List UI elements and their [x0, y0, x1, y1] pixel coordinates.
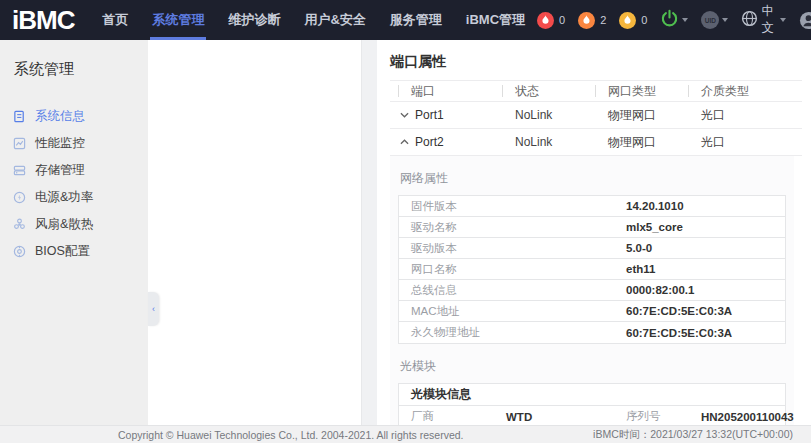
chevron-down-icon: [400, 112, 409, 118]
main-nav: 首页 系统管理 维护诊断 用户&安全 服务管理 iBMC管理: [90, 0, 537, 40]
column-header-port: 端口: [398, 85, 502, 97]
major-alarm-indicator[interactable]: 2: [578, 12, 606, 29]
ibmc-time-value: 2021/03/27 13:32(UTC+00:00): [650, 428, 793, 440]
property-label: 永久物理地址: [399, 325, 626, 340]
property-value: 14.20.1010: [626, 200, 684, 212]
sidebar-title: 系统管理: [0, 60, 148, 79]
chevron-down-icon: [722, 18, 728, 22]
table-row-port1[interactable]: Port1 NoLink 物理网口 光口: [390, 102, 802, 129]
sidebar-item-power[interactable]: 电源&功率: [0, 184, 148, 211]
chevron-down-icon: [682, 18, 688, 22]
sidebar-item-label: 电源&功率: [35, 189, 93, 206]
sidebar-item-system-info[interactable]: 系统信息: [0, 103, 148, 130]
minor-alarm-icon: [619, 12, 636, 29]
port-table-header: 端口 状态 网口类型 介质类型: [390, 81, 802, 102]
media-type: 光口: [688, 107, 802, 124]
optical-module-title: 光模块: [400, 358, 786, 375]
property-label: 总线信息: [399, 283, 626, 298]
port-table: 端口 状态 网口类型 介质类型 Port1 NoLink 物理网口 光口: [390, 80, 802, 156]
copyright-text: Copyright © Huawei Technologies Co., Ltd…: [118, 429, 464, 441]
language-selector[interactable]: 中文: [741, 3, 785, 37]
table-row-port2[interactable]: Port2 NoLink 物理网口 光口: [390, 129, 802, 156]
ibmc-time-label: iBMC时间：: [593, 428, 650, 440]
port-status: NoLink: [502, 135, 595, 149]
vendor-value: WTD: [506, 411, 626, 423]
column-header-status: 状态: [502, 85, 595, 97]
column-header-port-type: 网口类型: [595, 85, 688, 97]
chevron-down-icon: [780, 18, 786, 22]
table-row: 永久物理地址 60:7E:CD:5E:C0:3A: [399, 322, 785, 343]
table-row: 网口名称 eth11: [399, 259, 785, 280]
major-alarm-count: 2: [600, 14, 606, 26]
power-bolt-icon: [13, 191, 27, 205]
chevron-up-icon: [400, 139, 409, 145]
serial-number-label: 序列号: [626, 409, 701, 424]
power-icon: [660, 9, 679, 32]
sidebar-item-label: 风扇&散热: [35, 216, 93, 233]
page-title: 端口属性: [390, 53, 801, 71]
port-type: 物理网口: [595, 107, 688, 124]
page-body: 系统管理 系统信息 性能监控 存储管理 电源&功率: [0, 40, 811, 425]
property-value: 0000:82:00.1: [626, 284, 694, 296]
optical-module-table: 光模块信息 厂商 WTD 序列号 HN205200110043: [398, 383, 786, 425]
fan-icon: [13, 218, 27, 232]
property-label: MAC地址: [399, 304, 626, 319]
port2-expanded-detail: 网络属性 固件版本 14.20.1010 驱动名称 mlx5_core 驱动版本…: [390, 156, 794, 425]
power-control-dropdown[interactable]: [660, 9, 688, 32]
sidebar-item-fans-cooling[interactable]: 风扇&散热: [0, 211, 148, 238]
gear-icon: [13, 245, 27, 259]
port-status: NoLink: [502, 108, 595, 122]
sidebar-item-performance-monitoring[interactable]: 性能监控: [0, 130, 148, 157]
top-navigation-bar: iBMC 首页 系统管理 维护诊断 用户&安全 服务管理 iBMC管理 0 2 …: [0, 0, 811, 40]
optical-module-info-header: 光模块信息: [399, 384, 785, 406]
critical-alarm-icon: [537, 12, 554, 29]
sidebar-item-label: 性能监控: [35, 135, 85, 152]
property-value: mlx5_core: [626, 221, 683, 233]
uid-led-dropdown[interactable]: UID: [701, 11, 728, 29]
vendor-label: 厂商: [411, 409, 506, 424]
nav-item-system-management[interactable]: 系统管理: [140, 0, 216, 40]
sidebar-collapse-button[interactable]: ‹: [148, 292, 159, 326]
minor-alarm-indicator[interactable]: 0: [619, 12, 647, 29]
media-type: 光口: [688, 134, 802, 151]
critical-alarm-count: 0: [559, 14, 565, 26]
nav-item-service-management[interactable]: 服务管理: [378, 0, 454, 40]
property-label: 驱动名称: [399, 220, 626, 235]
storage-icon: [13, 164, 27, 178]
minor-alarm-count: 0: [641, 14, 647, 26]
critical-alarm-indicator[interactable]: 0: [537, 12, 565, 29]
sidebar: 系统管理 系统信息 性能监控 存储管理 电源&功率: [0, 40, 148, 425]
sidebar-item-label: 系统信息: [35, 108, 85, 125]
port-type: 物理网口: [595, 134, 688, 151]
nav-item-home[interactable]: 首页: [90, 0, 140, 40]
table-row: 固件版本 14.20.1010: [399, 196, 785, 217]
network-properties-table: 固件版本 14.20.1010 驱动名称 mlx5_core 驱动版本 5.0-…: [398, 195, 786, 344]
sidebar-item-label: 存储管理: [35, 162, 85, 179]
globe-icon: [741, 10, 758, 31]
nav-item-ibmc-management[interactable]: iBMC管理: [454, 0, 537, 40]
table-row: 驱动名称 mlx5_core: [399, 217, 785, 238]
topbar-status-cluster: 0 2 0 UID: [537, 3, 811, 37]
sidebar-item-storage-management[interactable]: 存储管理: [0, 157, 148, 184]
line-chart-icon: [13, 137, 27, 151]
property-label: 固件版本: [399, 199, 626, 214]
ibmc-logo: iBMC: [12, 0, 74, 40]
secondary-panel-empty: [148, 40, 362, 425]
nav-item-user-security[interactable]: 用户&安全: [292, 0, 377, 40]
property-label: 驱动版本: [399, 241, 626, 256]
property-value: eth11: [626, 263, 655, 275]
table-row: 总线信息 0000:82:00.1: [399, 280, 785, 301]
uid-icon: UID: [701, 11, 719, 29]
port2-expand-toggle[interactable]: Port2: [398, 135, 502, 149]
user-avatar[interactable]: [799, 11, 811, 30]
property-value: 60:7E:CD:5E:C0:3A: [626, 305, 732, 317]
network-properties-title: 网络属性: [400, 170, 786, 187]
nav-item-maintenance-diagnosis[interactable]: 维护诊断: [216, 0, 292, 40]
document-icon: [13, 110, 27, 124]
ibmc-time: iBMC时间：2021/03/27 13:32(UTC+00:00): [593, 428, 793, 442]
port1-expand-toggle[interactable]: Port1: [398, 108, 502, 122]
sidebar-item-bios-config[interactable]: BIOS配置: [0, 238, 148, 265]
language-label: 中文: [761, 3, 776, 37]
footer: Copyright © Huawei Technologies Co., Ltd…: [0, 425, 811, 443]
sidebar-item-label: BIOS配置: [35, 243, 90, 260]
